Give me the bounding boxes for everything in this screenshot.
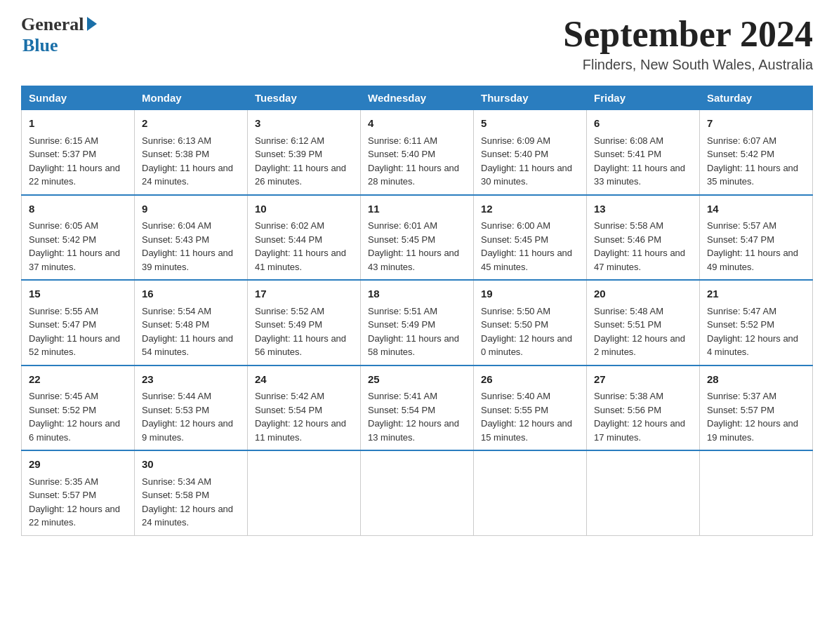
- day-info: Sunrise: 5:52 AMSunset: 5:49 PMDaylight:…: [255, 306, 346, 358]
- day-info: Sunrise: 5:51 AMSunset: 5:49 PMDaylight:…: [368, 306, 459, 358]
- day-info: Sunrise: 6:04 AMSunset: 5:43 PMDaylight:…: [142, 220, 233, 272]
- header-sunday: Sunday: [22, 86, 135, 110]
- calendar-cell: 8Sunrise: 6:05 AMSunset: 5:42 PMDaylight…: [22, 195, 135, 281]
- calendar-cell: 25Sunrise: 5:41 AMSunset: 5:54 PMDayligh…: [361, 365, 474, 451]
- calendar-cell: 19Sunrise: 5:50 AMSunset: 5:50 PMDayligh…: [474, 280, 587, 365]
- calendar-cell: 28Sunrise: 5:37 AMSunset: 5:57 PMDayligh…: [700, 365, 813, 451]
- day-number: 24: [255, 372, 353, 388]
- day-info: Sunrise: 5:44 AMSunset: 5:53 PMDaylight:…: [142, 391, 233, 443]
- calendar-cell: 17Sunrise: 5:52 AMSunset: 5:49 PMDayligh…: [248, 280, 361, 365]
- calendar-cell: 12Sunrise: 6:00 AMSunset: 5:45 PMDayligh…: [474, 195, 587, 281]
- day-number: 13: [594, 201, 692, 217]
- calendar-cell: [248, 450, 361, 535]
- header-saturday: Saturday: [700, 86, 813, 110]
- calendar-cell: 20Sunrise: 5:48 AMSunset: 5:51 PMDayligh…: [587, 280, 700, 365]
- day-number: 25: [368, 372, 466, 388]
- day-info: Sunrise: 6:12 AMSunset: 5:39 PMDaylight:…: [255, 135, 346, 187]
- day-info: Sunrise: 6:08 AMSunset: 5:41 PMDaylight:…: [594, 135, 685, 187]
- calendar-cell: 30Sunrise: 5:34 AMSunset: 5:58 PMDayligh…: [135, 450, 248, 535]
- day-info: Sunrise: 5:35 AMSunset: 5:57 PMDaylight:…: [29, 476, 120, 528]
- day-number: 22: [29, 372, 127, 388]
- calendar-cell: 4Sunrise: 6:11 AMSunset: 5:40 PMDaylight…: [361, 110, 474, 195]
- day-number: 6: [594, 116, 692, 132]
- month-year-title: September 2024: [563, 14, 813, 54]
- calendar-cell: 10Sunrise: 6:02 AMSunset: 5:44 PMDayligh…: [248, 195, 361, 281]
- calendar-cell: [587, 450, 700, 535]
- day-info: Sunrise: 5:37 AMSunset: 5:57 PMDaylight:…: [707, 391, 798, 443]
- day-number: 11: [368, 201, 466, 217]
- day-number: 4: [368, 116, 466, 132]
- calendar-cell: 3Sunrise: 6:12 AMSunset: 5:39 PMDaylight…: [248, 110, 361, 195]
- day-info: Sunrise: 5:47 AMSunset: 5:52 PMDaylight:…: [707, 306, 798, 358]
- day-number: 3: [255, 116, 353, 132]
- logo-arrow-icon: [87, 17, 97, 31]
- calendar-cell: 23Sunrise: 5:44 AMSunset: 5:53 PMDayligh…: [135, 365, 248, 451]
- day-number: 23: [142, 372, 240, 388]
- calendar-cell: 27Sunrise: 5:38 AMSunset: 5:56 PMDayligh…: [587, 365, 700, 451]
- day-info: Sunrise: 6:13 AMSunset: 5:38 PMDaylight:…: [142, 135, 233, 187]
- day-info: Sunrise: 5:54 AMSunset: 5:48 PMDaylight:…: [142, 306, 233, 358]
- day-info: Sunrise: 6:07 AMSunset: 5:42 PMDaylight:…: [707, 135, 798, 187]
- calendar-week-4: 22Sunrise: 5:45 AMSunset: 5:52 PMDayligh…: [22, 365, 813, 451]
- day-number: 21: [707, 286, 805, 302]
- calendar-cell: 22Sunrise: 5:45 AMSunset: 5:52 PMDayligh…: [22, 365, 135, 451]
- day-info: Sunrise: 5:50 AMSunset: 5:50 PMDaylight:…: [481, 306, 572, 358]
- day-number: 16: [142, 286, 240, 302]
- day-number: 30: [142, 457, 240, 473]
- day-number: 9: [142, 201, 240, 217]
- day-info: Sunrise: 5:42 AMSunset: 5:54 PMDaylight:…: [255, 391, 346, 443]
- day-info: Sunrise: 5:58 AMSunset: 5:46 PMDaylight:…: [594, 220, 685, 272]
- calendar-cell: 26Sunrise: 5:40 AMSunset: 5:55 PMDayligh…: [474, 365, 587, 451]
- day-number: 20: [594, 286, 692, 302]
- day-number: 18: [368, 286, 466, 302]
- day-number: 27: [594, 372, 692, 388]
- day-info: Sunrise: 5:41 AMSunset: 5:54 PMDaylight:…: [368, 391, 459, 443]
- calendar-cell: 16Sunrise: 5:54 AMSunset: 5:48 PMDayligh…: [135, 280, 248, 365]
- day-number: 15: [29, 286, 127, 302]
- calendar-cell: 7Sunrise: 6:07 AMSunset: 5:42 PMDaylight…: [700, 110, 813, 195]
- day-number: 8: [29, 201, 127, 217]
- calendar-table: SundayMondayTuesdayWednesdayThursdayFrid…: [21, 86, 813, 536]
- calendar-header-row: SundayMondayTuesdayWednesdayThursdayFrid…: [22, 86, 813, 110]
- calendar-cell: [361, 450, 474, 535]
- calendar-week-3: 15Sunrise: 5:55 AMSunset: 5:47 PMDayligh…: [22, 280, 813, 365]
- header-thursday: Thursday: [474, 86, 587, 110]
- day-number: 28: [707, 372, 805, 388]
- calendar-cell: 29Sunrise: 5:35 AMSunset: 5:57 PMDayligh…: [22, 450, 135, 535]
- calendar-cell: [700, 450, 813, 535]
- calendar-cell: 2Sunrise: 6:13 AMSunset: 5:38 PMDaylight…: [135, 110, 248, 195]
- calendar-cell: 18Sunrise: 5:51 AMSunset: 5:49 PMDayligh…: [361, 280, 474, 365]
- day-info: Sunrise: 5:38 AMSunset: 5:56 PMDaylight:…: [594, 391, 685, 443]
- header-friday: Friday: [587, 86, 700, 110]
- day-info: Sunrise: 6:05 AMSunset: 5:42 PMDaylight:…: [29, 220, 120, 272]
- calendar-cell: 21Sunrise: 5:47 AMSunset: 5:52 PMDayligh…: [700, 280, 813, 365]
- day-info: Sunrise: 6:01 AMSunset: 5:45 PMDaylight:…: [368, 220, 459, 272]
- logo-blue-text: Blue: [22, 35, 58, 56]
- calendar-week-1: 1Sunrise: 6:15 AMSunset: 5:37 PMDaylight…: [22, 110, 813, 195]
- day-number: 2: [142, 116, 240, 132]
- day-info: Sunrise: 5:55 AMSunset: 5:47 PMDaylight:…: [29, 306, 120, 358]
- day-info: Sunrise: 5:48 AMSunset: 5:51 PMDaylight:…: [594, 306, 685, 358]
- calendar-cell: 24Sunrise: 5:42 AMSunset: 5:54 PMDayligh…: [248, 365, 361, 451]
- calendar-cell: 5Sunrise: 6:09 AMSunset: 5:40 PMDaylight…: [474, 110, 587, 195]
- day-info: Sunrise: 5:57 AMSunset: 5:47 PMDaylight:…: [707, 220, 798, 272]
- calendar-cell: 13Sunrise: 5:58 AMSunset: 5:46 PMDayligh…: [587, 195, 700, 281]
- day-number: 19: [481, 286, 579, 302]
- day-number: 5: [481, 116, 579, 132]
- day-info: Sunrise: 6:02 AMSunset: 5:44 PMDaylight:…: [255, 220, 346, 272]
- day-info: Sunrise: 6:09 AMSunset: 5:40 PMDaylight:…: [481, 135, 572, 187]
- day-info: Sunrise: 6:00 AMSunset: 5:45 PMDaylight:…: [481, 220, 572, 272]
- header-monday: Monday: [135, 86, 248, 110]
- page-header: General Blue September 2024 Flinders, Ne…: [21, 14, 813, 73]
- day-number: 10: [255, 201, 353, 217]
- header-tuesday: Tuesday: [248, 86, 361, 110]
- day-info: Sunrise: 6:11 AMSunset: 5:40 PMDaylight:…: [368, 135, 459, 187]
- location-subtitle: Flinders, New South Wales, Australia: [563, 57, 813, 73]
- day-number: 7: [707, 116, 805, 132]
- day-number: 1: [29, 116, 127, 132]
- calendar-week-5: 29Sunrise: 5:35 AMSunset: 5:57 PMDayligh…: [22, 450, 813, 535]
- day-info: Sunrise: 5:45 AMSunset: 5:52 PMDaylight:…: [29, 391, 120, 443]
- day-number: 26: [481, 372, 579, 388]
- calendar-cell: [474, 450, 587, 535]
- calendar-cell: 14Sunrise: 5:57 AMSunset: 5:47 PMDayligh…: [700, 195, 813, 281]
